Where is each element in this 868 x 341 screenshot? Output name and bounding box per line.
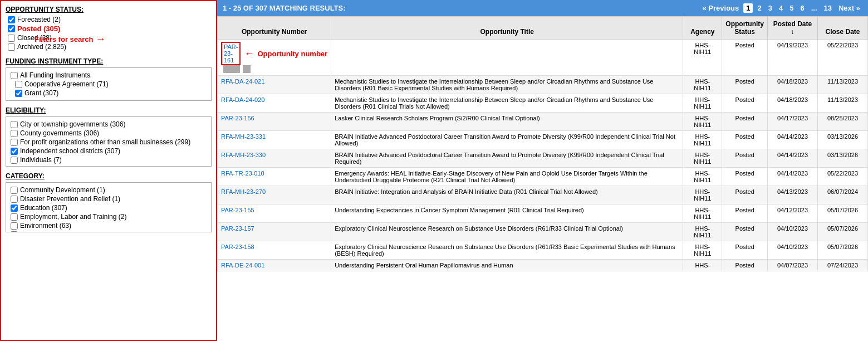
opp-title-cell: BRAIN Initiative: Integration and Analys… bbox=[331, 186, 683, 204]
table-row: PAR-23-158Exploratory Clinical Neuroscie… bbox=[218, 241, 868, 260]
environment-checkbox[interactable] bbox=[11, 222, 18, 230]
close-date-cell: 08/25/2023 bbox=[818, 113, 868, 131]
page-13-link[interactable]: 13 bbox=[822, 3, 834, 13]
status-cell: Posted bbox=[722, 223, 768, 241]
all-funding-checkbox[interactable] bbox=[11, 72, 18, 79]
table-row: RFA-TR-23-010Emergency Awards: HEAL Init… bbox=[218, 168, 868, 186]
close-date-cell: 03/13/2026 bbox=[818, 131, 868, 149]
opp-number-cell: RFA-MH-23-330 bbox=[218, 149, 331, 168]
employment-label: Employment, Labor and Training (2) bbox=[20, 213, 126, 221]
county-gov-checkbox[interactable] bbox=[11, 130, 18, 137]
agency-cell: HHS-NIH11 bbox=[683, 131, 722, 149]
posted-date-cell: 04/10/2023 bbox=[768, 223, 818, 241]
opp-number-cell: RFA-DA-24-021 bbox=[218, 76, 331, 94]
opp-title-cell: Understanding Persistent Oral Human Papi… bbox=[331, 260, 683, 271]
archived-checkbox[interactable] bbox=[8, 43, 15, 51]
opp-number-link[interactable]: RFA-MH-23-331 bbox=[221, 133, 266, 140]
posted-date-cell: 04/17/2023 bbox=[768, 113, 818, 131]
filters-annotation-text: Filters for search bbox=[35, 35, 94, 43]
status-cell: Posted bbox=[722, 241, 768, 260]
environment-label: Environment (63) bbox=[20, 222, 71, 230]
eligibility-filter-box[interactable]: City or township governments (306) Count… bbox=[6, 116, 212, 167]
independent-school-checkbox[interactable] bbox=[11, 148, 18, 155]
status-cell: Posted bbox=[722, 94, 768, 113]
posted-checkbox[interactable] bbox=[8, 25, 15, 32]
agency-cell: HHS-NIH11 bbox=[683, 241, 722, 260]
education-checkbox[interactable] bbox=[11, 204, 18, 212]
agency-cell-0: HHS-NIH11 bbox=[683, 40, 722, 76]
category-filter-box[interactable]: Community Development (1) Disaster Preve… bbox=[6, 182, 212, 232]
disaster-checkbox[interactable] bbox=[11, 196, 18, 203]
individuals-label: Individuals (7) bbox=[20, 156, 62, 164]
opp-number-cell: RFA-DA-24-020 bbox=[218, 94, 331, 113]
redacted-box-2 bbox=[243, 65, 251, 73]
opp-number-link[interactable]: RFA-DA-24-021 bbox=[221, 78, 264, 85]
food-checkbox[interactable] bbox=[11, 231, 18, 232]
for-profit-checkbox[interactable] bbox=[11, 139, 18, 146]
status-cell: Posted bbox=[722, 168, 768, 186]
filter-education: Education (307) bbox=[11, 204, 209, 212]
community-dev-checkbox[interactable] bbox=[11, 187, 18, 194]
table-row: PAR-23-161 ← Opportunity number HHS-NIH1… bbox=[218, 40, 868, 76]
opp-number-link[interactable]: RFA-MH-23-270 bbox=[221, 188, 266, 195]
status-cell: Posted bbox=[722, 76, 768, 94]
opp-annotation-arrow-icon: ← bbox=[244, 48, 254, 60]
opp-number-cell: PAR-23-161 ← Opportunity number bbox=[218, 40, 331, 76]
posted-label: Posted (305) bbox=[17, 25, 60, 33]
prev-page-link[interactable]: « Previous bbox=[700, 3, 741, 13]
status-cell: Posted bbox=[722, 204, 768, 223]
city-township-checkbox[interactable] bbox=[11, 121, 18, 128]
opp-title-cell: BRAIN Initiative Advanced Postdoctoral C… bbox=[331, 131, 683, 149]
agency-cell: HHS-NIH11 bbox=[683, 204, 722, 223]
page-3-link[interactable]: 3 bbox=[766, 3, 774, 13]
page-4-link[interactable]: 4 bbox=[777, 3, 785, 13]
filters-annotation-arrow: → bbox=[96, 33, 106, 45]
opp-number-link[interactable]: RFA-MH-23-330 bbox=[221, 152, 266, 158]
results-bar: 1 - 25 OF 307 MATCHING RESULTS: « Previo… bbox=[217, 0, 868, 16]
opp-number-cell: PAR-23-156 bbox=[218, 113, 331, 131]
col-header-opp-title: Opportunity Title bbox=[331, 17, 683, 40]
employment-checkbox[interactable] bbox=[11, 213, 18, 221]
agency-cell: HHS-NIH11 bbox=[683, 94, 722, 113]
opp-title-cell: BRAIN Initiative Advanced Postdoctoral C… bbox=[331, 149, 683, 168]
page-5-link[interactable]: 5 bbox=[787, 3, 796, 13]
status-cell: Posted bbox=[722, 113, 768, 131]
filter-all-funding: All Funding Instruments bbox=[11, 71, 209, 79]
filter-food: Food and Nutrition (36) bbox=[11, 231, 209, 232]
close-date-cell: 05/22/2023 bbox=[818, 168, 868, 186]
opp-number-cell: PAR-23-155 bbox=[218, 204, 331, 223]
agency-cell: HHS-NIH11 bbox=[683, 76, 722, 94]
filter-city-township: City or township governments (306) bbox=[11, 120, 209, 128]
opp-number-cell: PAR-23-157 bbox=[218, 223, 331, 241]
opp-number-cell: RFA-TR-23-010 bbox=[218, 168, 331, 186]
opp-number-link[interactable]: PAR-23-158 bbox=[221, 243, 254, 250]
cooperative-agreement-checkbox[interactable] bbox=[15, 81, 22, 88]
individuals-checkbox[interactable] bbox=[11, 157, 18, 164]
funding-instrument-filter-box[interactable]: All Funding Instruments Cooperative Agre… bbox=[6, 67, 212, 101]
opp-number-link[interactable]: PAR-23-156 bbox=[221, 115, 254, 121]
opp-number-link[interactable]: RFA-TR-23-010 bbox=[221, 170, 264, 177]
posted-date-cell: 04/14/2023 bbox=[768, 131, 818, 149]
close-date-cell: 11/13/2023 bbox=[818, 76, 868, 94]
close-date-cell: 07/24/2023 bbox=[818, 260, 868, 271]
opp-number-link[interactable]: RFA-DE-24-001 bbox=[221, 262, 264, 269]
opp-number-link[interactable]: RFA-DA-24-020 bbox=[221, 96, 264, 103]
posted-date-cell: 04/14/2023 bbox=[768, 149, 818, 168]
grant-checkbox[interactable] bbox=[15, 90, 22, 97]
agency-cell: HHS-NIH11 bbox=[683, 149, 722, 168]
posted-date-cell: 04/18/2023 bbox=[768, 94, 818, 113]
page-1[interactable]: 1 bbox=[743, 3, 753, 13]
opp-number-link[interactable]: PAR-23-157 bbox=[221, 225, 254, 232]
filter-individuals: Individuals (7) bbox=[11, 156, 209, 164]
col-header-posted-date[interactable]: Posted Date ↓ bbox=[768, 17, 818, 40]
closed-checkbox[interactable] bbox=[8, 35, 15, 42]
opp-number-link[interactable]: PAR-23-155 bbox=[221, 207, 254, 213]
page-2-link[interactable]: 2 bbox=[755, 3, 763, 13]
next-page-link[interactable]: Next » bbox=[836, 3, 862, 13]
filter-county-gov: County governments (306) bbox=[11, 129, 209, 137]
forecasted-checkbox[interactable] bbox=[8, 16, 15, 23]
opp-number-link-highlighted[interactable]: PAR-23-161 bbox=[221, 42, 241, 65]
filter-forecasted: Forecasted (2) bbox=[8, 16, 212, 23]
table-row: RFA-MH-23-330BRAIN Initiative Advanced P… bbox=[218, 149, 868, 168]
page-6-link[interactable]: 6 bbox=[798, 3, 806, 13]
